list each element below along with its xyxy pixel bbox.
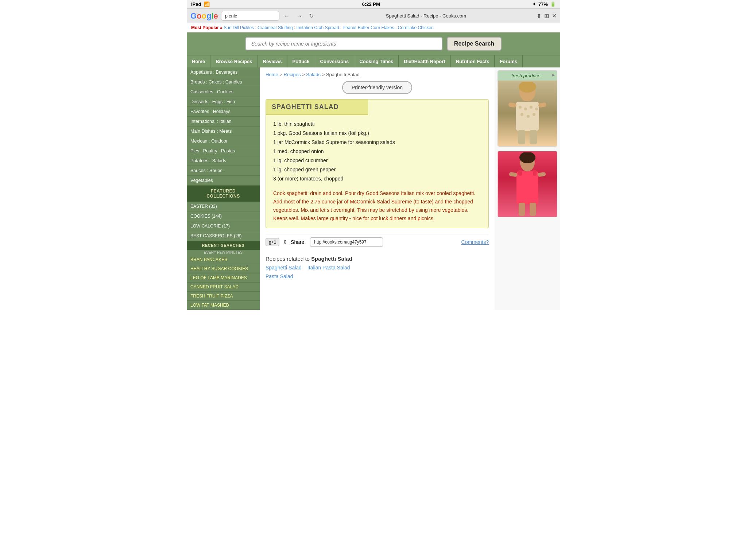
share-url-input[interactable] (310, 237, 383, 247)
nav-forums[interactable]: Forums (495, 55, 523, 67)
sidebar-item-appetizers[interactable]: Appetizers : Beverages (187, 67, 260, 77)
sidebar-item-casseroles[interactable]: Casseroles : Cookies (187, 87, 260, 97)
popular-link-4[interactable]: Peanut Butter Corn Flakes (342, 25, 394, 30)
ipad-label: iPad (191, 1, 201, 7)
related-title-bold: Spaghetti Salad (311, 256, 352, 262)
recipe-card: SPAGHETTI SALAD 1 lb. thin spaghetti 1 p… (266, 99, 489, 228)
nav-reviews[interactable]: Reviews (258, 55, 287, 67)
tab-button[interactable]: ⊞ (544, 12, 549, 19)
collection-best-casseroles[interactable]: BEST CASSEROLES (26) (187, 231, 260, 241)
share-button[interactable]: ⬆ (537, 12, 541, 19)
sidebar-item-vegetables[interactable]: Vegetables (187, 176, 260, 186)
recent-search-leg-of-lamb[interactable]: LEG OF LAMB MARINADES (187, 273, 260, 283)
svg-rect-17 (518, 170, 522, 176)
related-link-2[interactable]: Italian Pasta Salad (307, 265, 350, 271)
popular-link-5[interactable]: Cornflake Chicken (398, 25, 434, 30)
nav-bar: Home Browse Recipes Reviews Potluck Conv… (187, 55, 560, 67)
g-plus-count: 0 (284, 240, 286, 245)
ad-person-image-1 (498, 81, 557, 146)
popular-link-1[interactable]: Sun Dill Pickles (224, 25, 254, 30)
nav-browse-recipes[interactable]: Browse Recipes (210, 55, 258, 67)
sidebar-item-favorites[interactable]: Favorites : Holidays (187, 107, 260, 117)
sidebar-item-breads[interactable]: Breads : Cakes : Candies (187, 77, 260, 87)
bluetooth-icon: ✦ (532, 1, 536, 7)
svg-rect-18 (533, 170, 537, 176)
breadcrumb-salads[interactable]: Salads (306, 72, 321, 77)
related-link-3[interactable]: Pasta Salad (266, 273, 293, 279)
sidebar-item-pies[interactable]: Pies : Poultry : Pastas (187, 146, 260, 156)
ad-person-image-2 (498, 151, 557, 217)
recipe-directions: Cook spaghetti; drain and cool. Pour dry… (266, 189, 488, 228)
sidebar-item-desserts[interactable]: Desserts : Eggs : Fish (187, 97, 260, 107)
ingredient-5: 1 lg. chopped cucumber (273, 157, 481, 164)
nav-cooking-times[interactable]: Cooking Times (354, 55, 399, 67)
ad-block-2 (498, 151, 557, 217)
page-title-bar: Spaghetti Salad - Recipe - Cooks.com (318, 13, 534, 19)
sidebar-item-international[interactable]: International : Italian (187, 117, 260, 127)
address-bar[interactable] (221, 11, 279, 21)
comments-link[interactable]: Comments? (461, 239, 489, 245)
recent-search-bran-pancakes[interactable]: BRAN PANCAKES (187, 255, 260, 264)
recipe-search-input[interactable] (245, 37, 442, 50)
browser-actions: ⬆ ⊞ ✕ (537, 12, 557, 19)
recipe-search-button[interactable]: Recipe Search (447, 37, 502, 51)
reload-button[interactable]: ↻ (307, 12, 316, 20)
svg-point-3 (519, 106, 522, 109)
svg-rect-19 (509, 172, 517, 177)
related-link-1[interactable]: Spaghetti Salad (266, 265, 302, 271)
print-btn-container: Printer-friendly version (266, 81, 489, 94)
ingredient-3: 1 jar McCormick Salad Supreme for season… (273, 139, 481, 146)
print-button[interactable]: Printer-friendly version (342, 81, 412, 94)
svg-point-8 (527, 115, 530, 118)
related-title-text: Recipes related to (266, 256, 310, 262)
time-display: 6:22 PM (362, 1, 380, 7)
back-button[interactable]: ← (282, 12, 292, 20)
nav-home[interactable]: Home (187, 55, 210, 67)
svg-rect-10 (508, 102, 517, 108)
google-plus-button[interactable]: g+1 (266, 238, 279, 246)
svg-point-5 (530, 106, 533, 109)
collection-cookies[interactable]: COOKIES (144) (187, 211, 260, 221)
google-logo: Google (190, 11, 218, 21)
recent-search-healthy-sugar-cookies[interactable]: HEALTHY SUGAR COOKIES (187, 264, 260, 273)
forward-button[interactable]: → (295, 12, 304, 20)
share-label: Share: (291, 239, 306, 245)
sidebar-item-potatoes[interactable]: Potatoes : Salads (187, 156, 260, 166)
recent-search-fresh-fruit-pizza[interactable]: FRESH FRUIT PIZZA (187, 292, 260, 301)
svg-rect-12 (518, 130, 525, 144)
share-bar: g+1 0 Share: Comments? (266, 234, 489, 250)
breadcrumb-recipes[interactable]: Recipes (284, 72, 301, 77)
fashion-illustration-1 (506, 82, 549, 145)
sidebar-item-sauces[interactable]: Sauces : Soups (187, 166, 260, 176)
svg-point-9 (533, 113, 535, 116)
ingredient-1: 1 lb. thin spaghetti (273, 120, 481, 128)
ad-label: ▶ (552, 73, 555, 77)
recent-searches-subheader: EVERY FEW MINUTES (187, 250, 260, 255)
sidebar-item-mexican[interactable]: Mexican : Outdoor (187, 136, 260, 146)
sidebar-item-main-dishes[interactable]: Main Dishes : Meats (187, 127, 260, 136)
breadcrumb-home[interactable]: Home (266, 72, 278, 77)
related-links: Spaghetti Salad Italian Pasta Salad (266, 265, 489, 271)
nav-nutrition-facts[interactable]: Nutrition Facts (451, 55, 495, 67)
related-links-2: Pasta Salad (266, 273, 489, 279)
svg-rect-13 (530, 130, 537, 144)
most-popular-label: Most Popular » (191, 25, 222, 30)
close-button[interactable]: ✕ (552, 12, 557, 19)
collection-low-calorie[interactable]: LOW CALORIE (17) (187, 221, 260, 231)
svg-rect-22 (530, 203, 536, 216)
nav-diet-health[interactable]: Diet/Health Report (399, 55, 450, 67)
breadcrumb: Home > Recipes > Salads > Spaghetti Sala… (266, 72, 489, 77)
nav-conversions[interactable]: Conversions (315, 55, 355, 67)
popular-link-2[interactable]: Crabmeat Stuffing (258, 25, 293, 30)
recent-search-canned-fruit-salad[interactable]: CANNED FRUIT SALAD (187, 283, 260, 292)
nav-potluck[interactable]: Potluck (287, 55, 315, 67)
popular-link-3[interactable]: Imitation Crab Spread (297, 25, 339, 30)
svg-rect-16 (516, 171, 538, 204)
wifi-icon: 📶 (204, 1, 210, 7)
recent-search-low-fat-mashed[interactable]: LOW FAT MASHED (187, 301, 260, 310)
collection-easter[interactable]: EASTER (33) (187, 202, 260, 211)
ingredient-7: 3 (or more) tomatoes, chopped (273, 175, 481, 183)
main-layout: Appetizers : Beverages Breads : Cakes : … (187, 67, 560, 310)
site-header: Recipe Search (187, 32, 560, 55)
recipe-title: SPAGHETTI SALAD (266, 100, 368, 115)
